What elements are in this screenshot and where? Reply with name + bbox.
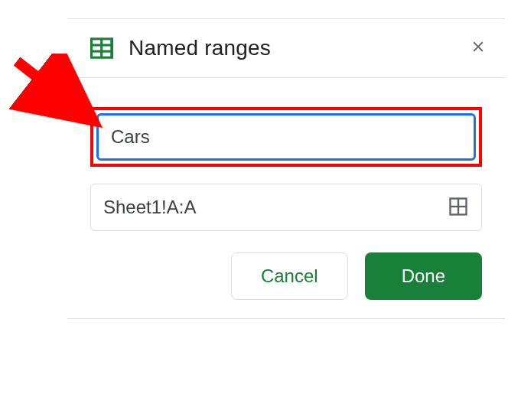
svg-rect-4 <box>103 47 110 50</box>
named-ranges-panel: Named ranges <box>67 18 505 319</box>
panel-body: Cancel Done <box>67 78 505 319</box>
svg-rect-1 <box>93 40 100 44</box>
svg-rect-3 <box>93 47 100 50</box>
sheets-icon <box>90 37 113 59</box>
cancel-button[interactable]: Cancel <box>231 252 348 300</box>
grid-icon <box>448 208 469 220</box>
select-range-button[interactable] <box>446 194 471 221</box>
range-reference-input[interactable] <box>103 197 446 218</box>
name-field-highlight <box>90 107 482 167</box>
done-button[interactable]: Done <box>365 252 482 300</box>
svg-rect-6 <box>103 53 110 57</box>
action-row: Cancel Done <box>90 252 482 300</box>
range-field-row <box>90 184 482 231</box>
close-button[interactable] <box>467 34 490 62</box>
panel-title: Named ranges <box>129 36 467 60</box>
svg-rect-2 <box>103 40 110 44</box>
panel-header: Named ranges <box>67 19 505 78</box>
svg-rect-5 <box>93 53 100 57</box>
close-icon <box>470 36 487 60</box>
range-name-input[interactable] <box>96 113 476 161</box>
